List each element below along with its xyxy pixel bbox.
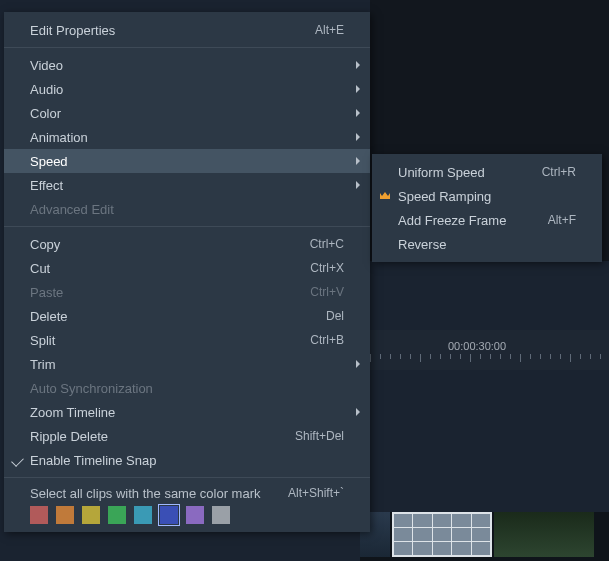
- color-swatch[interactable]: [82, 506, 100, 524]
- crown-icon: [379, 190, 391, 202]
- speed-submenu: Uniform SpeedCtrl+R Speed Ramping Add Fr…: [372, 154, 602, 262]
- color-swatch[interactable]: [134, 506, 152, 524]
- menu-edit-properties[interactable]: Edit Properties Alt+E: [4, 18, 370, 42]
- submenu-reverse[interactable]: Reverse: [372, 232, 602, 256]
- ruler-ticks: [370, 354, 609, 364]
- menu-animation[interactable]: Animation: [4, 125, 370, 149]
- chevron-right-icon: [356, 85, 360, 93]
- menu-ripple-delete[interactable]: Ripple DeleteShift+Del: [4, 424, 370, 448]
- chevron-right-icon: [356, 61, 360, 69]
- menu-effect[interactable]: Effect: [4, 173, 370, 197]
- menu-copy[interactable]: CopyCtrl+C: [4, 232, 370, 256]
- color-swatch[interactable]: [30, 506, 48, 524]
- chevron-right-icon: [356, 181, 360, 189]
- check-icon: [11, 454, 24, 467]
- chevron-right-icon: [356, 408, 360, 416]
- menu-trim[interactable]: Trim: [4, 352, 370, 376]
- menu-auto-sync: Auto Synchronization: [4, 376, 370, 400]
- submenu-speed-ramping[interactable]: Speed Ramping: [372, 184, 602, 208]
- submenu-add-freeze-frame[interactable]: Add Freeze FrameAlt+F: [372, 208, 602, 232]
- separator: [4, 226, 370, 227]
- ruler-timecode: 00:00:30:00: [448, 340, 506, 352]
- color-swatch[interactable]: [186, 506, 204, 524]
- menu-delete[interactable]: DeleteDel: [4, 304, 370, 328]
- color-swatch[interactable]: [108, 506, 126, 524]
- menu-speed[interactable]: Speed: [4, 149, 370, 173]
- separator: [4, 477, 370, 478]
- submenu-uniform-speed[interactable]: Uniform SpeedCtrl+R: [372, 160, 602, 184]
- chevron-right-icon: [356, 133, 360, 141]
- menu-advanced-edit: Advanced Edit: [4, 197, 370, 221]
- menu-zoom-timeline[interactable]: Zoom Timeline: [4, 400, 370, 424]
- chevron-right-icon: [356, 157, 360, 165]
- color-swatch[interactable]: [212, 506, 230, 524]
- menu-enable-snap[interactable]: Enable Timeline Snap: [4, 448, 370, 472]
- color-swatch[interactable]: [56, 506, 74, 524]
- menu-audio[interactable]: Audio: [4, 77, 370, 101]
- separator: [4, 47, 370, 48]
- color-swatches: [4, 503, 370, 526]
- clip-thumb[interactable]: [494, 512, 594, 557]
- menu-select-by-color: Select all clips with the same color mar…: [4, 483, 370, 503]
- context-menu: Edit Properties Alt+E Video Audio Color …: [4, 12, 370, 532]
- menu-video[interactable]: Video: [4, 53, 370, 77]
- menu-paste: PasteCtrl+V: [4, 280, 370, 304]
- menu-color[interactable]: Color: [4, 101, 370, 125]
- chevron-right-icon: [356, 360, 360, 368]
- timeline-clips[interactable]: are Filmora X Update: [360, 512, 609, 561]
- chevron-right-icon: [356, 109, 360, 117]
- color-swatch[interactable]: [160, 506, 178, 524]
- menu-cut[interactable]: CutCtrl+X: [4, 256, 370, 280]
- menu-split[interactable]: SplitCtrl+B: [4, 328, 370, 352]
- clip-thumb[interactable]: [392, 512, 492, 557]
